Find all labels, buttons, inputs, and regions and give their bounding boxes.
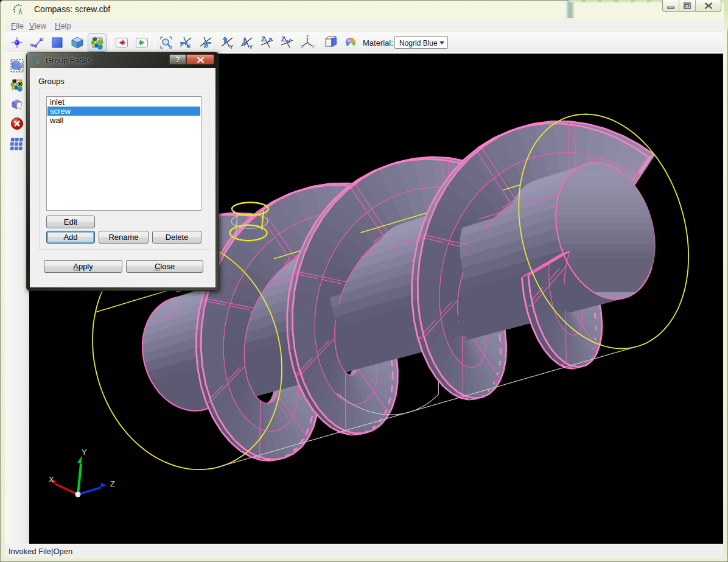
svg-text:Z: Z	[306, 35, 309, 39]
svg-text:Y: Y	[229, 44, 233, 50]
svg-text:Y: Y	[249, 44, 253, 50]
svg-text:Z: Z	[281, 36, 285, 43]
svg-text:X: X	[301, 44, 304, 49]
svg-text:Y: Y	[82, 448, 87, 457]
svg-text:X: X	[203, 43, 207, 49]
svg-text:X: X	[49, 475, 54, 484]
svg-text:Z: Z	[110, 479, 115, 488]
svg-text:Y: Y	[312, 44, 315, 49]
svg-text:Z: Z	[261, 36, 265, 43]
svg-text:X: X	[187, 43, 191, 49]
